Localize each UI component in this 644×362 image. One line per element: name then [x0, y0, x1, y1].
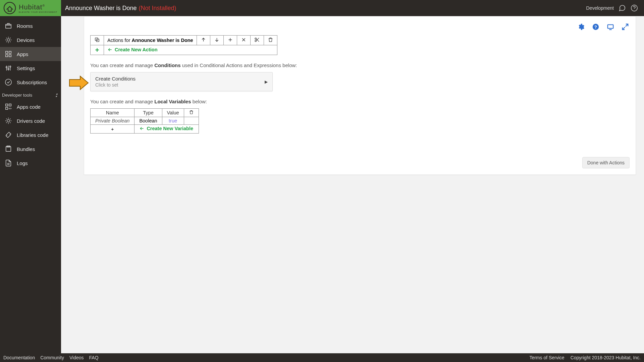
rooms-icon	[5, 22, 12, 30]
svg-rect-6	[6, 55, 8, 57]
plus-icon: +	[95, 46, 99, 54]
annotation-arrow-icon	[69, 75, 89, 90]
footer-copyright: Copyright 2018-2023 Hubitat, Inc.	[571, 355, 641, 360]
bundles-icon	[5, 145, 12, 153]
apps-code-icon	[5, 103, 12, 110]
add-variable-button[interactable]: +	[91, 125, 135, 134]
settings-icon	[5, 64, 12, 72]
logs-icon	[5, 159, 12, 167]
scissors-icon	[254, 37, 260, 43]
move-up-button[interactable]	[197, 36, 210, 45]
help-circle-icon[interactable]: ?	[592, 23, 599, 31]
install-status: (Not Installed)	[139, 5, 176, 12]
svg-rect-7	[9, 55, 11, 57]
svg-point-9	[8, 68, 9, 70]
cut-button[interactable]	[250, 36, 264, 45]
copy-icon	[94, 37, 100, 43]
delete-button[interactable]	[264, 36, 277, 45]
sidebar-item-bundles[interactable]: Bundles	[0, 142, 61, 156]
sidebar-item-settings[interactable]: Settings	[0, 61, 61, 75]
svg-rect-12	[6, 104, 8, 106]
insert-button[interactable]	[223, 36, 237, 45]
caret-right-icon: ▶	[265, 80, 268, 84]
svg-rect-4	[6, 51, 8, 53]
page-title: Announce Washer is Done (Not Installed)	[65, 5, 176, 12]
svg-rect-13	[9, 104, 11, 106]
conditions-subtitle: Click to set	[95, 82, 136, 88]
sidebar-item-label: Subscriptions	[17, 80, 47, 85]
add-action-button[interactable]: +	[91, 45, 104, 55]
plus-icon	[227, 37, 233, 43]
logo-text: Hubitat® ELEVATE YOUR ENVIRONMENT	[19, 3, 57, 13]
sidebar-item-devices[interactable]: Devices	[0, 33, 61, 47]
variables-intro: You can create and manage Local Variable…	[90, 99, 630, 104]
sidebar: Rooms Devices Apps Settings Subscription…	[0, 16, 61, 353]
footer-link-faq[interactable]: FAQ	[89, 355, 99, 360]
svg-rect-20	[608, 25, 613, 29]
done-with-actions-button[interactable]: Done with Actions	[582, 157, 630, 168]
collapse-icon	[54, 93, 59, 98]
arrow-down-icon	[214, 37, 220, 43]
create-action-label[interactable]: Create New Action	[104, 45, 277, 55]
svg-point-8	[6, 66, 7, 68]
sidebar-item-logs[interactable]: Logs	[0, 156, 61, 170]
sidebar-item-drivers-code[interactable]: Drivers code	[0, 114, 61, 128]
topbar: Hubitat® ELEVATE YOUR ENVIRONMENT Announ…	[0, 0, 644, 16]
footer-link-documentation[interactable]: Documentation	[3, 355, 35, 360]
sidebar-item-label: Apps	[17, 51, 28, 57]
sidebar-item-label: Devices	[17, 37, 35, 43]
sidebar-item-apps[interactable]: Apps	[0, 47, 61, 61]
sidebar-section-developer[interactable]: Developer tools	[0, 89, 61, 100]
sidebar-item-label: Apps code	[17, 104, 41, 110]
x-icon	[241, 37, 247, 43]
footer-link-tos[interactable]: Terms of Service	[529, 355, 564, 360]
libraries-code-icon	[5, 131, 12, 139]
trash-icon	[268, 37, 273, 43]
sidebar-item-label: Settings	[17, 65, 35, 71]
screen-icon[interactable]	[607, 23, 614, 31]
var-value[interactable]: true	[162, 117, 184, 125]
copy-button[interactable]	[91, 36, 104, 45]
gear-icon[interactable]	[577, 23, 585, 31]
var-header-name: Name	[91, 109, 135, 117]
create-conditions-button[interactable]: Create Conditions Click to set ▶	[90, 72, 273, 91]
create-variable-label[interactable]: Create New Variable	[135, 125, 199, 134]
remove-button[interactable]	[237, 36, 250, 45]
svg-point-0	[4, 2, 15, 14]
drivers-code-icon	[5, 117, 12, 124]
svg-point-11	[5, 79, 11, 85]
expand-icon[interactable]	[622, 23, 629, 31]
svg-rect-14	[6, 107, 8, 109]
move-down-button[interactable]	[210, 36, 223, 45]
footer-link-videos[interactable]: Videos	[69, 355, 84, 360]
svg-point-10	[10, 66, 11, 67]
var-type: Boolean	[135, 117, 162, 125]
sidebar-item-label: Drivers code	[17, 118, 45, 124]
variables-table: Name Type Value Private Boolean Boolean …	[90, 108, 199, 134]
comment-icon[interactable]	[619, 4, 626, 12]
var-delete-cell[interactable]	[184, 117, 199, 125]
sidebar-item-label: Logs	[17, 160, 28, 166]
logo[interactable]: Hubitat® ELEVATE YOUR ENVIRONMENT	[0, 0, 61, 16]
trash-icon	[189, 110, 194, 115]
help-icon[interactable]	[631, 4, 638, 12]
actions-table: Actions for Announce Washer is Done + Cr…	[90, 35, 277, 55]
card-toolbar: ?	[90, 21, 630, 35]
sidebar-item-rooms[interactable]: Rooms	[0, 19, 61, 33]
svg-point-3	[7, 39, 9, 41]
sidebar-item-apps-code[interactable]: Apps code	[0, 100, 61, 114]
arrow-left-icon	[139, 126, 145, 131]
content-card: ? Actions for Announce Washer is Done	[84, 16, 636, 175]
conditions-title: Create Conditions	[95, 76, 136, 82]
hubitat-logo-icon	[3, 2, 16, 14]
var-name: Private Boolean	[91, 117, 135, 125]
apps-icon	[5, 50, 12, 58]
sidebar-item-libraries-code[interactable]: Libraries code	[0, 128, 61, 142]
devices-icon	[5, 36, 12, 44]
plus-icon: +	[111, 126, 114, 132]
footer-link-community[interactable]: Community	[40, 355, 64, 360]
environment-label: Development	[586, 5, 614, 11]
svg-point-15	[7, 119, 9, 122]
sidebar-item-label: Libraries code	[17, 132, 48, 138]
sidebar-item-subscriptions[interactable]: Subscriptions	[0, 75, 61, 89]
